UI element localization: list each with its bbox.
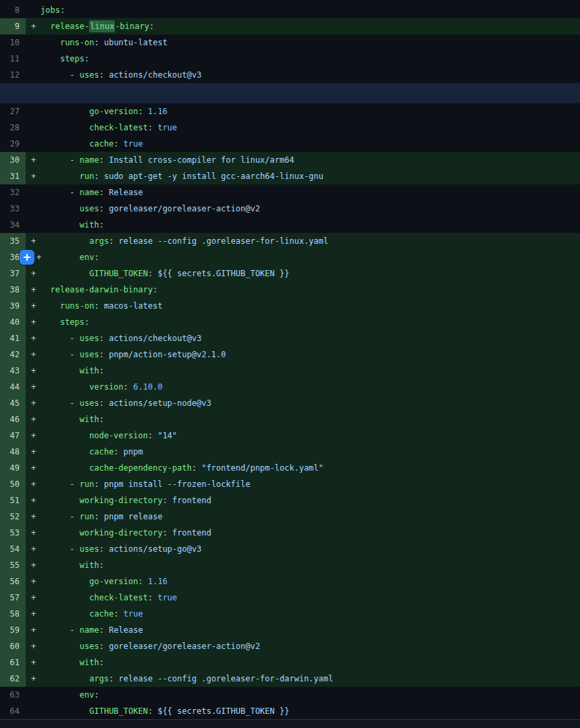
code-line: - uses: actions/checkout@v3: [41, 330, 580, 346]
line-number[interactable]: 62: [0, 671, 26, 687]
code-segment: with: [80, 658, 99, 667]
line-number[interactable]: 51: [0, 492, 26, 509]
line-number[interactable]: 11: [0, 51, 26, 67]
code-segment: -: [41, 155, 80, 165]
code-segment: 6.10.0: [133, 382, 162, 392]
code-segment: args: [89, 236, 109, 246]
code-line: runs-on: macos-latest: [41, 298, 580, 314]
line-number[interactable]: 41: [0, 330, 26, 346]
code-segment: macos-latest: [104, 301, 163, 311]
line-number[interactable]: 43: [0, 363, 26, 379]
diff-row-64: 64 GITHUB_TOKEN: ${{ secrets.GITHUB_TOKE…: [0, 703, 580, 719]
code-segment: runs-on: [60, 38, 95, 47]
code-segment: ${{ secrets.GITHUB_TOKEN }}: [157, 269, 289, 278]
line-number[interactable]: 9: [0, 18, 26, 34]
line-number[interactable]: 64: [0, 703, 26, 719]
code-segment: goreleaser/goreleaser-action@v2: [109, 204, 260, 213]
code-segment: :: [60, 5, 65, 15]
line-number[interactable]: 54: [0, 541, 26, 557]
line-number[interactable]: 50: [0, 476, 26, 492]
added-marker: +: [26, 265, 41, 282]
line-number[interactable]: 61: [0, 654, 26, 671]
line-number[interactable]: 46: [0, 411, 26, 427]
code-segment: check-latest: [89, 123, 148, 132]
line-number[interactable]: 53: [0, 525, 26, 541]
line-number[interactable]: 60: [0, 638, 26, 654]
line-number[interactable]: 10: [0, 34, 26, 51]
added-marker: +: [26, 525, 41, 541]
code-segment: uses: [80, 544, 99, 554]
code-segment: :: [99, 155, 109, 165]
code-segment: true: [157, 593, 177, 602]
line-number[interactable]: 33: [0, 201, 26, 217]
code-line: go-version: 1.16: [41, 573, 580, 590]
code-segment: -: [41, 512, 80, 521]
code-segment: runs-on: [60, 301, 95, 311]
code-segment: "frontend/pnpm-lock.yaml": [201, 463, 323, 473]
added-marker: +: [26, 638, 41, 654]
line-number[interactable]: 38: [0, 282, 26, 298]
code-segment: go-version: [89, 107, 138, 116]
code-line: node-version: "14": [41, 427, 580, 444]
line-number[interactable]: 47: [0, 427, 26, 444]
line-number[interactable]: 58: [0, 606, 26, 622]
line-number[interactable]: 57: [0, 590, 26, 606]
line-number[interactable]: 45: [0, 395, 26, 411]
code-segment: uses: [80, 334, 99, 343]
code-segment: cache-dependency-path: [89, 463, 192, 473]
code-segment: [41, 172, 80, 181]
line-number[interactable]: 34: [0, 217, 26, 233]
code-segment: :: [99, 220, 104, 230]
line-number[interactable]: 31: [0, 168, 26, 184]
line-number[interactable]: 55: [0, 557, 26, 573]
code-segment: sudo apt-get -y install gcc-aarch64-linu…: [104, 172, 323, 181]
line-number[interactable]: 12: [0, 67, 26, 83]
line-number[interactable]: 52: [0, 509, 26, 525]
code-line: cache: pnpm: [41, 444, 580, 460]
line-number[interactable]: 39: [0, 298, 26, 314]
line-number[interactable]: 30: [0, 152, 26, 168]
diff-row-60: 60+ uses: goreleaser/goreleaser-action@v…: [0, 638, 580, 654]
code-segment: :: [109, 674, 118, 683]
diff-marker: [26, 51, 41, 67]
line-number[interactable]: 8: [0, 2, 26, 18]
code-segment: :: [99, 188, 109, 197]
code-segment: 1.16: [148, 577, 167, 586]
code-segment: cache: [89, 447, 113, 457]
line-number[interactable]: 40: [0, 314, 26, 330]
code-segment: -: [41, 70, 80, 80]
diff-row-38: 38+ release-darwin-binary:: [0, 282, 580, 298]
added-marker: +: [26, 427, 41, 444]
code-segment: actions/setup-node@v3: [109, 398, 211, 408]
code-line: GITHUB_TOKEN: ${{ secrets.GITHUB_TOKEN }…: [41, 265, 580, 282]
line-number[interactable]: 63: [0, 687, 26, 703]
code-segment: working-directory: [80, 528, 163, 538]
line-number[interactable]: 29: [0, 136, 26, 152]
line-number[interactable]: 32: [0, 184, 26, 201]
line-number[interactable]: 37: [0, 265, 26, 282]
code-segment: [41, 642, 80, 651]
line-number[interactable]: 42: [0, 346, 26, 363]
line-number[interactable]: 48: [0, 444, 26, 460]
line-number[interactable]: 59: [0, 622, 26, 638]
added-marker: +: [26, 476, 41, 492]
code-segment: pnpm/action-setup@v2.1.0: [109, 350, 226, 359]
code-segment: steps: [60, 317, 84, 327]
code-segment: frontend: [172, 496, 211, 505]
line-number[interactable]: 49: [0, 460, 26, 476]
line-number[interactable]: 44: [0, 379, 26, 395]
diff-row-41: 41+ - uses: actions/checkout@v3: [0, 330, 580, 346]
line-number[interactable]: 27: [0, 103, 26, 120]
code-segment: :: [138, 107, 148, 116]
line-number[interactable]: 56: [0, 573, 26, 590]
code-line: cache: true: [41, 606, 580, 622]
add-comment-button[interactable]: +: [20, 250, 34, 265]
code-segment: ubuntu-latest: [104, 38, 167, 47]
code-line: version: 6.10.0: [41, 379, 580, 395]
code-segment: check-latest: [89, 593, 148, 602]
line-number[interactable]: 35: [0, 233, 26, 249]
diff-row-53: 53+ working-directory: frontend: [0, 525, 580, 541]
code-segment: [41, 22, 50, 31]
expand-hunk-row[interactable]: [0, 83, 580, 103]
line-number[interactable]: 28: [0, 120, 26, 136]
